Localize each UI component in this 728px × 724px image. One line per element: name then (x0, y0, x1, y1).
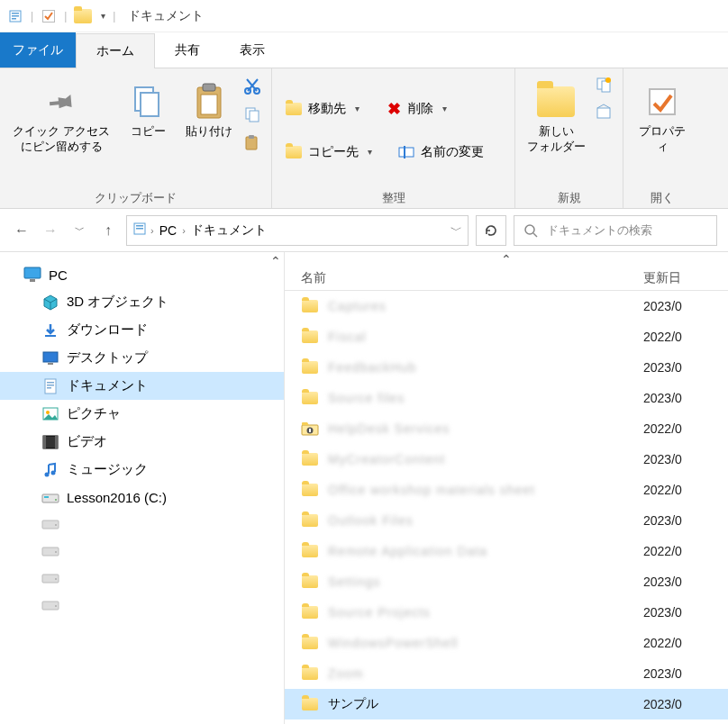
navigation-pane: ⌃ PC 3D オブジェクトダウンロードデスクトップドキュメントピクチャビデオミ… (0, 252, 285, 724)
svg-rect-29 (30, 279, 35, 282)
tab-home[interactable]: ホーム (76, 33, 155, 68)
tree-item[interactable]: デスクトップ (0, 344, 284, 372)
copy-to-label: コピー先 (308, 144, 359, 160)
tree-item-label: ミュージック (67, 461, 148, 478)
file-name: Source Projects (328, 605, 431, 620)
copy-to-button[interactable]: コピー先 ▾ (279, 140, 378, 164)
tree-item[interactable]: ミュージック (0, 456, 284, 484)
file-name: Zoom (328, 666, 364, 681)
folder-icon (301, 330, 319, 344)
refresh-button[interactable] (476, 215, 506, 246)
file-row[interactable]: Outlook Files2023/0 (285, 505, 728, 536)
paste-shortcut-icon[interactable] (243, 133, 261, 154)
address-history-dropdown[interactable]: ﹀ (450, 222, 462, 239)
file-row[interactable]: Captures2023/0 (285, 291, 728, 321)
breadcrumb-pc[interactable]: PC (158, 223, 178, 238)
file-row[interactable]: WindowsPowerShell2022/0 (285, 628, 728, 658)
new-item-icon[interactable] (595, 76, 613, 96)
file-row[interactable]: Settings2023/0 (285, 566, 728, 597)
monitor-icon (23, 267, 41, 283)
tree-item[interactable]: ドキュメント (0, 372, 284, 400)
svg-rect-32 (48, 363, 53, 365)
tree-item[interactable]: ピクチャ (0, 400, 284, 428)
tree-item[interactable]: ビデオ (0, 428, 284, 456)
file-row[interactable]: Fiscal2022/0 (285, 321, 728, 352)
copy-path-icon[interactable] (243, 105, 261, 126)
drive-gray-icon (41, 516, 59, 532)
qat-properties-icon[interactable] (7, 8, 23, 24)
video-icon (41, 434, 59, 450)
properties-button[interactable]: プロパティ (631, 74, 694, 155)
file-name: WindowsPowerShell (328, 636, 459, 650)
cut-icon[interactable] (243, 77, 261, 98)
new-folder-button[interactable]: 新しい フォルダー (523, 74, 589, 155)
file-row[interactable]: Source files2023/0 (285, 383, 728, 413)
paste-button[interactable]: 貼り付け (180, 74, 238, 140)
move-to-label: 移動先 (308, 101, 346, 117)
delete-button[interactable]: ✖ 削除 ▾ (379, 97, 452, 121)
svg-rect-57 (309, 429, 311, 432)
column-modified[interactable]: 更新日 (636, 270, 728, 286)
address-bar[interactable]: › PC › ドキュメント ﹀ (126, 215, 469, 246)
svg-rect-1 (12, 13, 19, 14)
back-button[interactable]: ← (11, 220, 32, 241)
svg-rect-30 (45, 335, 56, 337)
qat-dropdown-icon[interactable]: ▾ (101, 11, 105, 21)
search-placeholder: ドキュメントの検索 (547, 222, 652, 239)
file-row[interactable]: Zoom2023/0 (285, 658, 728, 689)
copy-button[interactable]: コピー (121, 74, 175, 140)
file-row[interactable]: MyCreatorContent2023/0 (285, 444, 728, 475)
svg-rect-14 (246, 137, 257, 149)
tree-item[interactable] (0, 538, 284, 565)
svg-rect-6 (141, 93, 159, 116)
file-date: 2022/0 (636, 636, 728, 650)
tab-view[interactable]: 表示 (220, 32, 285, 68)
tree-item[interactable]: ダウンロード (0, 316, 284, 344)
svg-rect-21 (597, 108, 610, 118)
easy-access-icon[interactable] (595, 104, 613, 124)
column-name[interactable]: 名前 (285, 270, 636, 286)
file-row[interactable]: Source Projects2023/0 (285, 597, 728, 628)
svg-point-42 (45, 472, 50, 476)
scroll-up-icon[interactable]: ⌃ (268, 252, 284, 724)
move-to-button[interactable]: 移動先 ▾ (279, 97, 365, 121)
breadcrumb-chevron-icon[interactable]: › (182, 225, 186, 236)
forward-button[interactable]: → (40, 220, 61, 241)
main-area: ⌃ PC 3D オブジェクトダウンロードデスクトップドキュメントピクチャビデオミ… (0, 252, 728, 724)
file-row[interactable]: Remote Application Data2022/0 (285, 536, 728, 566)
tree-item[interactable]: 3D オブジェクト (0, 288, 284, 316)
file-row[interactable]: FeedbackHub2023/0 (285, 352, 728, 383)
tree-item[interactable]: Lesson2016 (C:) (0, 484, 284, 511)
pin-to-quick-access-button[interactable]: クイック アクセス にピン留めする (7, 74, 115, 155)
scroll-up-icon[interactable]: ⌃ (285, 252, 728, 267)
ribbon: クイック アクセス にピン留めする コピー 貼り付け (0, 68, 728, 209)
desktop-icon (41, 350, 59, 367)
document-icon (41, 378, 59, 394)
qat-check-icon[interactable] (41, 8, 57, 24)
rename-button[interactable]: 名前の変更 (392, 140, 489, 164)
tree-item[interactable] (0, 511, 284, 538)
recent-dropdown[interactable]: ﹀ (68, 220, 90, 241)
svg-rect-3 (12, 18, 16, 20)
file-row[interactable]: Office workshop materials sheet2022/0 (285, 475, 728, 505)
tree-pc[interactable]: PC (0, 261, 284, 288)
tab-share[interactable]: 共有 (155, 32, 220, 68)
search-input[interactable]: ドキュメントの検索 (514, 215, 717, 246)
copy-to-icon (285, 143, 303, 161)
file-row[interactable]: サンプル2023/0 (285, 689, 728, 719)
separator: | (64, 10, 67, 23)
folder-icon (301, 360, 319, 375)
file-list-pane: ⌃ 名前 更新日 Captures2023/0Fiscal2022/0Feedb… (285, 252, 728, 724)
file-name: Office workshop materials sheet (328, 483, 535, 497)
svg-line-27 (533, 233, 537, 237)
tree-item[interactable] (0, 592, 284, 619)
tree-item[interactable] (0, 565, 284, 592)
tab-file[interactable]: ファイル (0, 32, 76, 68)
rename-label: 名前の変更 (421, 144, 484, 160)
up-button[interactable]: ↑ (97, 220, 119, 241)
titlebar-folder-icon (74, 9, 92, 23)
ribbon-group-new: 新しい フォルダー 新規 (515, 68, 623, 208)
file-row[interactable]: HelpDesk Services2022/0 (285, 413, 728, 444)
breadcrumb-chevron-icon[interactable]: › (150, 225, 154, 236)
breadcrumb-current[interactable]: ドキュメント (189, 222, 268, 239)
